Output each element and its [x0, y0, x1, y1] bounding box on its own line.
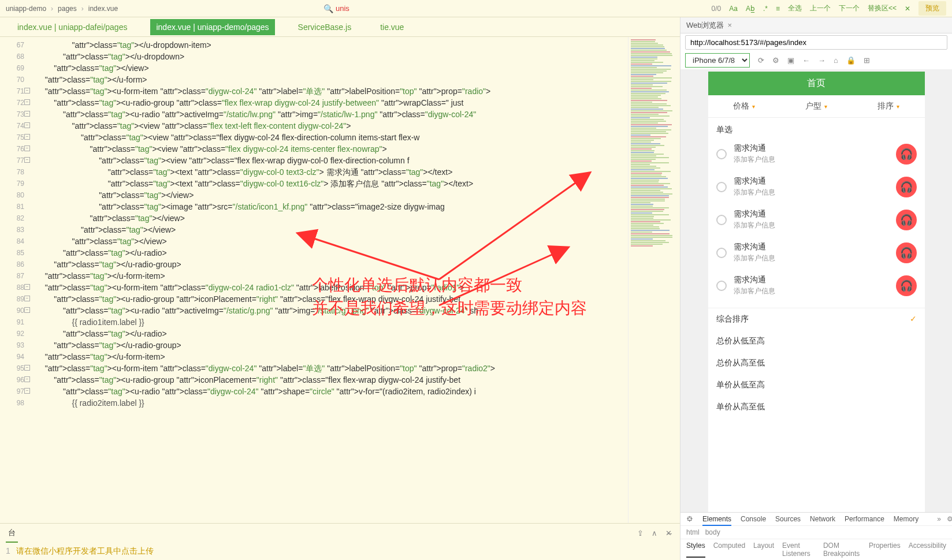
fold-icon[interactable]: −	[24, 296, 30, 301]
back-icon[interactable]: ←	[802, 56, 810, 65]
console-close-icon[interactable]: ✕̶	[665, 529, 672, 537]
kf-icon[interactable]: 🎧	[896, 242, 917, 263]
bc-1[interactable]: pages	[58, 5, 77, 13]
fold-icon[interactable]: −	[24, 376, 30, 382]
next-match[interactable]: 下一个	[839, 3, 860, 13]
forward-icon[interactable]: →	[818, 56, 825, 65]
prev-match[interactable]: 上一个	[810, 3, 831, 13]
fold-icon[interactable]: −	[24, 122, 30, 128]
fold-icon[interactable]: −	[24, 145, 30, 151]
fold-icon[interactable]: −	[24, 157, 30, 163]
code-line[interactable]: "attr">class="tag"><u-form-item "attr">c…	[40, 282, 628, 293]
console-tab[interactable]: 台	[6, 524, 18, 543]
devtools-settings-icon[interactable]: ⚙	[947, 515, 952, 523]
url-input[interactable]	[685, 35, 947, 50]
browser-tab-close-icon[interactable]: ×	[728, 21, 732, 29]
filter-2[interactable]: 排序 ▾	[853, 95, 925, 117]
devtools-tab-console[interactable]: Console	[741, 515, 766, 523]
code-line[interactable]: "attr">class="tag"><u-radio-group "attr"…	[40, 293, 628, 305]
code-line[interactable]: "attr">class="tag"><u-radio-group "attr"…	[40, 97, 628, 109]
radio-item-3[interactable]: 需求沟通添加客户信息🎧	[708, 236, 925, 269]
radio-item-0[interactable]: 需求沟通添加客户信息🎧	[708, 137, 925, 170]
kf-icon[interactable]: 🎧	[896, 144, 917, 165]
select-all[interactable]: 全选	[788, 3, 802, 13]
console-min-icon[interactable]: ∧	[652, 529, 657, 537]
sort-item-3[interactable]: 单价从低至高	[708, 374, 925, 396]
devtools-tab-sources[interactable]: Sources	[775, 515, 801, 523]
code-line[interactable]: "attr">class="tag"></view>	[40, 212, 628, 224]
devtools-tab-elements[interactable]: Elements	[702, 515, 731, 526]
code-line[interactable]: "attr">class="tag"></u-dropdown-item>	[40, 39, 628, 51]
fold-icon[interactable]: −	[24, 111, 30, 117]
kf-icon[interactable]: 🎧	[896, 210, 917, 230]
fold-icon[interactable]: −	[24, 99, 30, 105]
qr-icon[interactable]: ⊞	[864, 56, 870, 65]
case-icon[interactable]: Aa	[729, 5, 738, 13]
bc-html[interactable]: html	[686, 528, 700, 536]
radio-circle[interactable]	[716, 182, 727, 192]
devtools-sub-3[interactable]: Event Listeners	[782, 542, 815, 558]
code-line[interactable]: "attr">class="tag"></u-form-item>	[40, 270, 628, 282]
fold-icon[interactable]: −	[24, 307, 30, 313]
code-line[interactable]: "attr">class="tag"><view "attr">class="f…	[40, 132, 628, 143]
devtools-sub-0[interactable]: Styles	[686, 542, 705, 558]
editor-tab-3[interactable]: tie.vue	[374, 19, 410, 35]
code-line[interactable]: "attr">class="tag"></view>	[40, 62, 628, 74]
code-line[interactable]: "attr">class="tag"></u-radio-group>	[40, 339, 628, 351]
code-line[interactable]: "attr">class="tag"></view>	[40, 224, 628, 236]
filter-1[interactable]: 户型 ▾	[780, 95, 853, 117]
code-line[interactable]: "attr">class="tag"></view>	[40, 189, 628, 201]
code-line[interactable]: "attr">class="tag"><u-radio "attr">class…	[40, 386, 628, 397]
code-line[interactable]: "attr">class="tag"><view "attr">class="f…	[40, 120, 628, 132]
devtools-sub-5[interactable]: Properties	[869, 542, 901, 558]
code-line[interactable]: {{ radio1item.label }}	[40, 316, 628, 328]
sort-item-2[interactable]: 总价从高至低	[708, 352, 925, 374]
close-search-icon[interactable]: ✕	[905, 5, 910, 13]
code-line[interactable]: "attr">class="tag"><text "attr">class="d…	[40, 178, 628, 189]
device-select[interactable]: iPhone 6/7/8	[685, 53, 750, 68]
sort-item-0[interactable]: 综合排序✓	[708, 308, 925, 330]
regex-icon[interactable]: .*	[763, 5, 768, 13]
code-line[interactable]: {{ radio2item.label }}	[40, 397, 628, 409]
gear-icon[interactable]: ⚙	[772, 56, 779, 65]
devtools-sub-2[interactable]: Layout	[753, 542, 774, 558]
editor-tab-2[interactable]: ServiceBase.js	[292, 19, 358, 35]
code-body[interactable]: "attr">class="tag"></u-dropdown-item> "a…	[29, 37, 628, 523]
code-line[interactable]: "attr">class="tag"><text "attr">class="d…	[40, 166, 628, 178]
devtools-more-icon[interactable]: »	[937, 515, 941, 523]
bc-2[interactable]: index.vue	[88, 5, 118, 13]
bc-body[interactable]: body	[705, 528, 720, 536]
fold-icon[interactable]: −	[24, 388, 30, 394]
editor-tab-1[interactable]: index.vue | uniapp-demo/pages	[150, 19, 274, 35]
radio-circle[interactable]	[716, 215, 727, 225]
kf-icon[interactable]: 🎧	[896, 177, 917, 197]
bc-0[interactable]: uniapp-demo	[6, 5, 46, 13]
home-icon[interactable]: ⌂	[834, 56, 838, 65]
refresh-icon[interactable]: ⟳	[758, 56, 764, 65]
fold-icon[interactable]: −	[24, 284, 30, 290]
code-line[interactable]: "attr">class="tag"><image "attr">src="/s…	[40, 201, 628, 212]
replace-toggle[interactable]: 替换区<<	[868, 3, 897, 13]
fold-icon[interactable]: −	[24, 88, 30, 94]
screenshot-icon[interactable]: ▣	[787, 56, 794, 65]
devtools-tab-performance[interactable]: Performance	[845, 515, 884, 523]
code-line[interactable]: "attr">class="tag"><u-radio "attr">activ…	[40, 109, 628, 120]
code-area[interactable]: 6768697071−72−73−74−75−76−77−78798081828…	[0, 37, 680, 523]
devtools-sub-4[interactable]: DOM Breakpoints	[823, 542, 861, 558]
filter-0[interactable]: 价格 ▾	[708, 95, 780, 117]
code-line[interactable]: "attr">class="tag"><view "attr">class="f…	[40, 143, 628, 155]
word-icon[interactable]: Ab̲	[746, 5, 755, 13]
radio-circle[interactable]	[716, 281, 727, 291]
devtools-tab-network[interactable]: Network	[810, 515, 835, 523]
inspect-icon[interactable]: ⯐	[686, 515, 693, 523]
browser-tab[interactable]: Web浏览器 ×	[680, 17, 952, 33]
editor-tab-0[interactable]: index.vue | uniapp-dafei/pages	[12, 19, 133, 35]
filter-icon[interactable]: ≡	[776, 5, 780, 13]
devtools-tab-memory[interactable]: Memory	[894, 515, 918, 523]
sort-item-4[interactable]: 单价从高至低	[708, 396, 925, 418]
devtools-sub-1[interactable]: Computed	[713, 542, 745, 558]
code-line[interactable]: "attr">class="tag"><u-radio-group "attr"…	[40, 374, 628, 386]
minimap[interactable]	[628, 37, 680, 523]
kf-icon[interactable]: 🎧	[896, 275, 917, 296]
fold-icon[interactable]: −	[24, 365, 30, 371]
